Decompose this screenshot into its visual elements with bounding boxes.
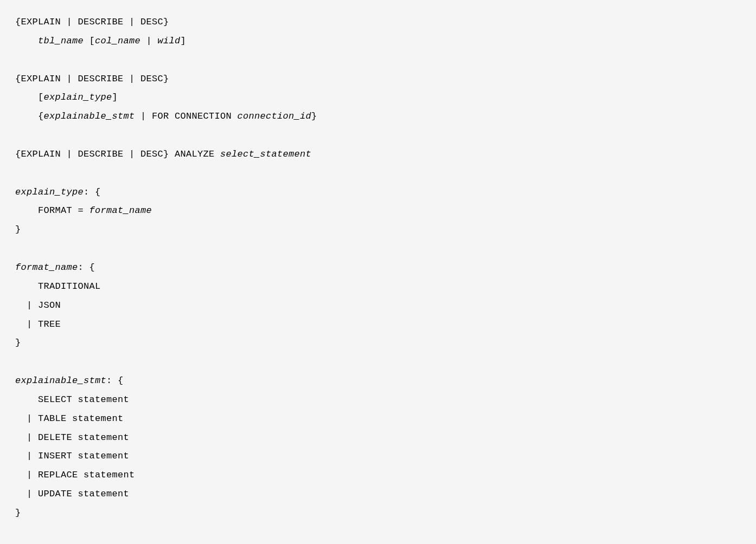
line-6-stmt: explainable_stmt: [44, 111, 135, 121]
line-27: }: [15, 508, 21, 518]
line-18: }: [15, 338, 21, 348]
line-6-conn: connection_id: [238, 111, 312, 121]
line-2-rest: [: [84, 36, 95, 46]
line-5-close: ]: [112, 92, 118, 102]
line-25: | REPLACE statement: [15, 470, 135, 480]
line-14-rest: : {: [78, 262, 95, 273]
line-6-mid: | FOR CONNECTION: [135, 111, 238, 121]
line-15: TRADITIONAL: [15, 281, 101, 292]
line-2-col: col_name: [95, 36, 140, 46]
line-6-indent: {: [15, 111, 44, 121]
line-22: | TABLE statement: [15, 413, 124, 424]
line-6-close: }: [311, 111, 317, 121]
line-2-indent: [15, 36, 38, 46]
line-10-et: explain_type: [15, 187, 84, 197]
line-1: {EXPLAIN | DESCRIBE | DESC}: [15, 17, 169, 27]
sql-syntax-block: {EXPLAIN | DESCRIBE | DESC} tbl_name [co…: [15, 13, 741, 523]
line-12: }: [15, 224, 21, 235]
line-14-fn: format_name: [15, 262, 78, 273]
line-11-indent: FORMAT =: [15, 205, 89, 216]
line-11-fn: format_name: [89, 205, 152, 216]
line-8-sel: select_statement: [220, 149, 311, 159]
line-20-rest: : {: [106, 375, 124, 386]
line-5-expl: explain_type: [44, 92, 112, 102]
line-5-indent: [: [15, 92, 44, 102]
line-21: SELECT statement: [15, 394, 129, 405]
line-4: {EXPLAIN | DESCRIBE | DESC}: [15, 74, 169, 84]
line-16: | JSON: [15, 300, 61, 310]
line-2-tbl: tbl_name: [38, 36, 84, 46]
line-2-close: ]: [181, 36, 187, 46]
line-2-pipe: |: [140, 36, 158, 46]
line-8-pre: {EXPLAIN | DESCRIBE | DESC} ANALYZE: [15, 149, 220, 159]
line-20-es: explainable_stmt: [15, 375, 106, 386]
line-10-rest: : {: [84, 187, 101, 197]
line-26: | UPDATE statement: [15, 489, 129, 499]
line-2-wild: wild: [158, 36, 181, 46]
line-24: | INSERT statement: [15, 451, 129, 461]
line-23: | DELETE statement: [15, 432, 129, 443]
line-17: | TREE: [15, 319, 61, 329]
